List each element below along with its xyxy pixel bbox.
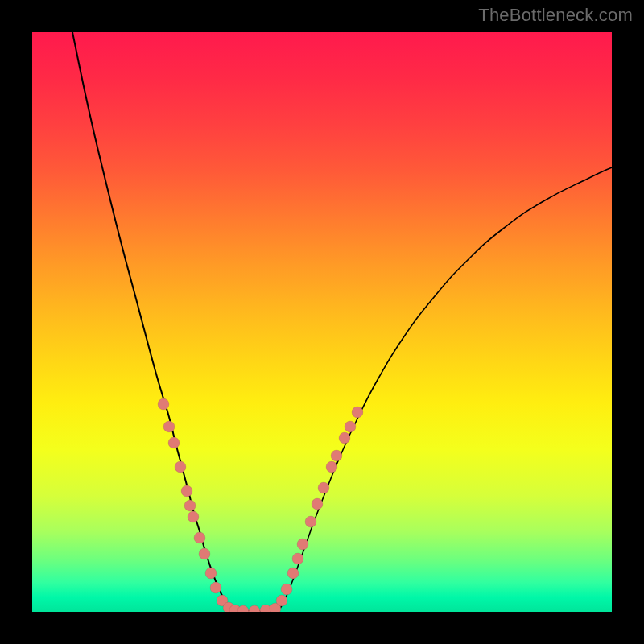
dot-right [318, 482, 329, 493]
dot-right [292, 553, 303, 564]
dot-right [339, 432, 350, 444]
dot-right [352, 407, 363, 418]
curve-left-branch [72, 32, 229, 609]
dot-left [194, 532, 205, 543]
dot-right [276, 595, 287, 606]
dot-left [163, 421, 175, 432]
dot-right [312, 498, 323, 510]
dot-trough [249, 605, 260, 612]
dot-left [158, 398, 169, 410]
dot-right [287, 568, 299, 579]
curve-right-branch [280, 167, 612, 609]
watermark-text: TheBottleneck.com [478, 5, 633, 26]
dot-right [305, 516, 316, 527]
dot-left [210, 582, 221, 593]
dot-left [199, 548, 210, 559]
dot-left [181, 485, 192, 497]
data-dots [158, 398, 363, 612]
dot-left [184, 500, 196, 511]
dot-right [345, 421, 356, 432]
chart-frame: TheBottleneck.com [0, 0, 644, 644]
dot-left [168, 437, 180, 448]
dot-left [175, 461, 186, 473]
dot-right [331, 450, 342, 461]
dot-right [326, 461, 337, 473]
dot-left [205, 568, 217, 579]
dot-right [281, 584, 292, 595]
plot-area [32, 32, 612, 612]
dot-left [188, 511, 199, 522]
curve-svg [32, 32, 612, 612]
dot-right [297, 539, 308, 550]
